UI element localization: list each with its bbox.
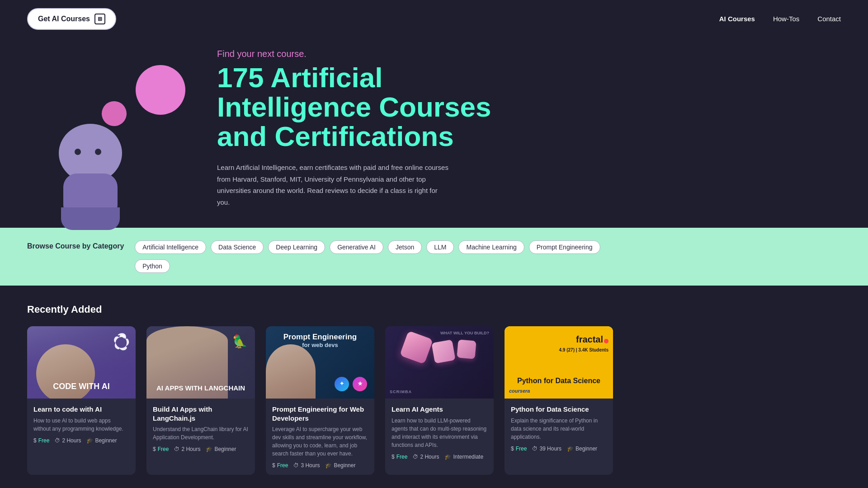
card-duration-5: ⏱ 39 Hours: [532, 446, 561, 452]
tag-python[interactable]: Python: [135, 259, 170, 273]
scrimba-badge: SCRIMBA: [390, 389, 412, 395]
card-3-thumb-title: Prompt Engineering: [272, 333, 368, 342]
clock-icon-1: ⏱: [55, 437, 60, 444]
tag-jetson[interactable]: Jetson: [388, 240, 422, 254]
price-icon-2: $: [153, 446, 156, 452]
card-desc-5: Explain the significance of Python in da…: [511, 417, 607, 441]
card-meta-2: $ Free ⏱ 2 Hours 🎓 Beginner: [153, 446, 249, 452]
recently-added-section: Recently Added: [0, 304, 868, 488]
card-desc-3: Leverage AI to supercharge your web dev …: [272, 425, 368, 458]
card-meta-1: $ Free ⏱ 2 Hours 🎓 Beginner: [33, 437, 129, 444]
robot-base: [61, 207, 120, 230]
recently-added-title: Recently Added: [27, 304, 841, 315]
tag-deep-learning[interactable]: Deep Learning: [268, 240, 325, 254]
category-tags: Artificial Intelligence Data Science Dee…: [135, 240, 640, 273]
card-duration-4: ⏱ 2 Hours: [413, 454, 439, 460]
card-price-3: $ Free: [272, 462, 288, 469]
logo-label: Get AI Courses: [38, 15, 90, 23]
nav-contact[interactable]: Contact: [817, 15, 841, 23]
fractal-dot: [604, 339, 609, 343]
card-level-3: 🎓 Beginner: [325, 462, 355, 469]
card-meta-5: $ Free ⏱ 39 Hours 🎓 Beginner: [511, 446, 607, 452]
tag-prompt-engineering[interactable]: Prompt Engineering: [529, 240, 600, 254]
robot-eye-left: [75, 149, 81, 155]
hero-description: Learn Artificial Intelligence, earn cert…: [217, 162, 452, 208]
tag-generative-ai[interactable]: Generative AI: [330, 240, 383, 254]
price-icon-4: $: [392, 454, 395, 460]
tag-llm[interactable]: LLM: [426, 240, 454, 254]
category-bar: Browse Course by Category Artificial Int…: [0, 228, 868, 286]
tag-machine-learning[interactable]: Machine Learning: [458, 240, 524, 254]
hero-section: Find your next course. 175 Artificial In…: [0, 38, 868, 228]
level-icon-3: 🎓: [325, 462, 332, 469]
hero-subtitle: Find your next course.: [217, 49, 497, 59]
clock-icon-3: ⏱: [293, 462, 299, 469]
card-duration-1: ⏱ 2 Hours: [55, 437, 81, 444]
card-title-4: Learn AI Agents: [392, 405, 487, 414]
ai-star-icon: ★: [353, 377, 367, 391]
category-label: Browse Course by Category: [27, 240, 124, 250]
hero-title: 175 Artificial Intelligence Courses and …: [217, 63, 497, 151]
level-icon-1: 🎓: [86, 437, 93, 444]
clock-icon-4: ⏱: [413, 454, 418, 460]
price-icon-5: $: [511, 446, 514, 452]
card-level-2: 🎓 Beginner: [206, 446, 236, 452]
course-card-3[interactable]: Prompt Engineering for web devs ✦ ★ Prom…: [266, 326, 374, 475]
openai-icon: [111, 333, 129, 351]
navbar: Get AI Courses ⊞ AI Courses How-Tos Cont…: [0, 0, 868, 38]
fractal-header: fractal 4.9 (27) | 3.4K Students Python …: [505, 326, 613, 399]
clock-icon-2: ⏱: [174, 446, 179, 452]
hero-text: Find your next course. 175 Artificial In…: [217, 49, 497, 208]
card-level-1: 🎓 Beginner: [86, 437, 117, 444]
card-price-5: $ Free: [511, 446, 527, 452]
card-4-shapes: [403, 333, 476, 362]
level-icon-5: 🎓: [567, 446, 574, 452]
what-build-label: WHAT WILL YOU BUILD?: [440, 331, 489, 336]
courses-row: CODE WITH AI Learn to code with AI How t…: [27, 326, 841, 475]
nav-ai-courses[interactable]: AI Courses: [719, 15, 755, 23]
card-thumb-text-1: CODE WITH AI: [53, 382, 109, 391]
tag-artificial-intelligence[interactable]: Artificial Intelligence: [135, 240, 206, 254]
card-title-1: Learn to code with AI: [33, 405, 129, 414]
card-price-4: $ Free: [392, 454, 407, 460]
tag-data-science[interactable]: Data Science: [211, 240, 264, 254]
card-meta-4: $ Free ⏱ 2 Hours 🎓 Intermediate: [392, 454, 487, 460]
card-3-thumb-sub: for web devs: [272, 342, 368, 349]
card-desc-1: How to use AI to build web apps without …: [33, 417, 129, 433]
nav-links: AI Courses How-Tos Contact: [719, 15, 841, 23]
logo-icon: ⊞: [94, 14, 105, 24]
price-icon-3: $: [272, 462, 275, 469]
coursera-text: coursera: [509, 388, 530, 394]
price-icon-1: $: [33, 437, 37, 444]
card-title-2: Build AI Apps with LangChain.js: [153, 405, 249, 422]
nav-how-tos[interactable]: How-Tos: [773, 15, 799, 23]
bird-icon: 🦜: [232, 333, 248, 350]
card-title-5: Python for Data Science: [511, 405, 607, 414]
robot-eye-right: [95, 149, 101, 155]
card-level-4: 🎓 Intermediate: [444, 454, 483, 460]
course-card-5[interactable]: fractal 4.9 (27) | 3.4K Students Python …: [505, 326, 613, 475]
ai-circle-icon: ✦: [335, 377, 349, 391]
logo-button[interactable]: Get AI Courses ⊞: [27, 8, 116, 30]
card-desc-4: Learn how to build LLM-powered agents th…: [392, 417, 487, 449]
course-card-2[interactable]: 🦜 AI APPS WITH LANGCHAIN Build AI Apps w…: [146, 326, 255, 475]
card-duration-3: ⏱ 3 Hours: [293, 462, 320, 469]
course-card-4[interactable]: WHAT WILL YOU BUILD? SCRIMBA Learn AI Ag…: [385, 326, 494, 475]
fractal-rating: 4.9 (27) | 3.4K Students: [559, 347, 609, 353]
hero-illustration: [27, 52, 199, 205]
card-level-5: 🎓 Beginner: [567, 446, 597, 452]
level-icon-2: 🎓: [206, 446, 212, 452]
card-2-thumb-text: AI APPS WITH LANGCHAIN: [151, 384, 250, 392]
ai-badge-icons: ✦ ★: [335, 377, 367, 391]
card-duration-2: ⏱ 2 Hours: [174, 446, 200, 452]
card-price-1: $ Free: [33, 437, 49, 444]
card-title-3: Prompt Engineering for Web Developers: [272, 405, 368, 422]
card-meta-3: $ Free ⏱ 3 Hours 🎓 Beginner: [272, 462, 368, 469]
clock-icon-5: ⏱: [532, 446, 538, 452]
coursera-badge: coursera: [509, 387, 530, 395]
course-card-1[interactable]: CODE WITH AI Learn to code with AI How t…: [27, 326, 136, 475]
fractal-logo-text: fractal: [576, 334, 603, 344]
card-5-title-overlay: Python for Data Science: [509, 376, 609, 385]
bubble-large: [136, 65, 185, 115]
level-icon-4: 🎓: [444, 454, 451, 460]
